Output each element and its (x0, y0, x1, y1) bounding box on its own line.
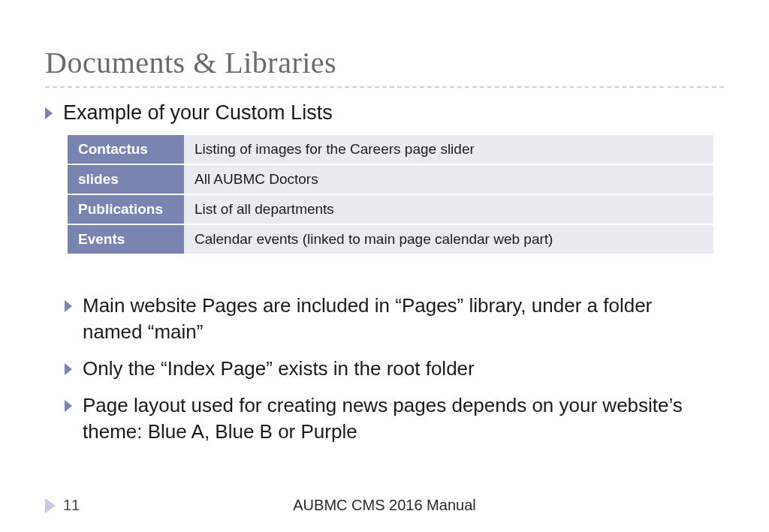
bullet-item: Page layout used for creating news pages… (65, 392, 724, 445)
section-heading: Example of your Custom Lists (63, 101, 333, 125)
table-row: Events Calendar events (linked to main p… (68, 224, 713, 254)
table-row: slides All AUBMC Doctors (68, 164, 713, 194)
table-label: Events (68, 224, 184, 254)
page-number: 11 (63, 497, 80, 514)
slide-footer: 11 AUBMC CMS 2016 Manual (0, 497, 769, 514)
title-divider (45, 86, 724, 88)
slide-content: Documents & Libraries Example of your Cu… (0, 0, 769, 445)
bullet-item: Main website Pages are included in “Page… (65, 293, 724, 345)
bullet-text: Page layout used for creating news pages… (83, 392, 698, 445)
table-label: slides (68, 164, 184, 194)
arrow-right-icon (65, 363, 72, 375)
table-desc: List of all departments (184, 194, 713, 224)
bullet-item: Only the “Index Page” exists in the root… (65, 356, 724, 382)
table-desc: Listing of images for the Careers page s… (184, 135, 713, 164)
custom-lists-table: Contactus Listing of images for the Care… (68, 135, 724, 255)
table-label: Publications (68, 194, 184, 224)
table-desc: Calendar events (linked to main page cal… (184, 224, 713, 254)
bullet-text: Only the “Index Page” exists in the root… (83, 356, 475, 382)
bullet-text: Main website Pages are included in “Page… (83, 293, 698, 345)
arrow-right-icon (65, 300, 72, 312)
table-desc: All AUBMC Doctors (184, 164, 713, 194)
bullet-list: Main website Pages are included in “Page… (65, 293, 724, 445)
slide-title: Documents & Libraries (45, 45, 724, 80)
footer-doc-title: AUBMC CMS 2016 Manual (293, 497, 475, 514)
table-row: Contactus Listing of images for the Care… (68, 135, 713, 164)
arrow-right-icon (65, 400, 72, 412)
arrow-right-icon (45, 498, 56, 513)
section-heading-row: Example of your Custom Lists (45, 101, 724, 125)
table-row: Publications List of all departments (68, 194, 713, 224)
arrow-right-icon (45, 107, 53, 119)
table-label: Contactus (68, 135, 184, 164)
